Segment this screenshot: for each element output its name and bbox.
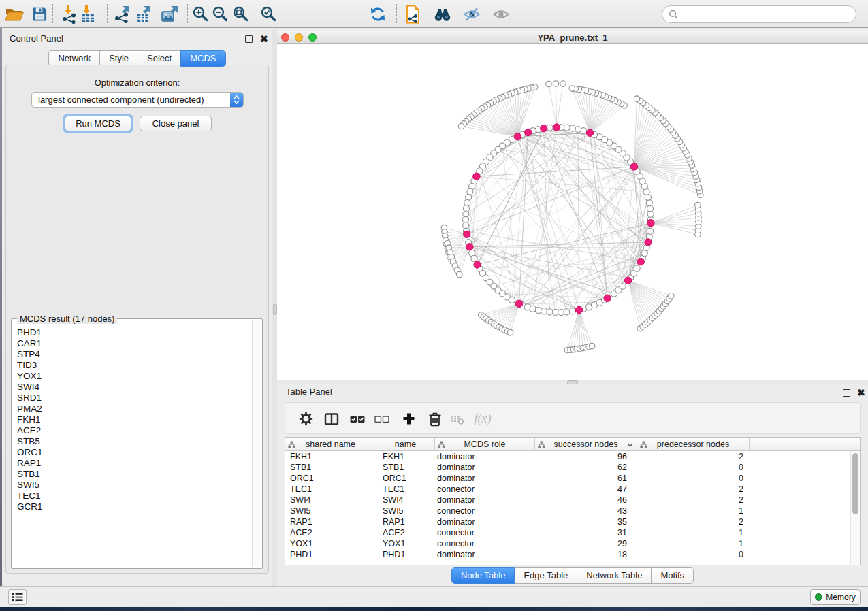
table-row[interactable]: STB1STB1dominator620 [285,462,850,473]
table-scrollbar[interactable] [850,451,860,565]
cell-successor-nodes[interactable]: 35 [535,516,637,527]
table-row[interactable]: YOX1YOX1connector291 [285,538,850,549]
cell-MCDS-role[interactable]: dominator [435,462,535,473]
mcds-result-item[interactable]: ORC1 [17,447,252,458]
show-all-icon[interactable] [490,3,512,24]
cell-shared-name[interactable]: ORC1 [285,473,376,484]
table-row[interactable]: ACE2ACE2connector311 [285,527,850,538]
cell-predecessor-nodes[interactable]: 0 [637,473,750,484]
mcds-result-item[interactable]: TID3 [17,360,252,371]
network-canvas[interactable] [277,44,868,380]
zoom-in-icon[interactable] [189,3,211,24]
mcds-result-item[interactable]: YOX1 [17,371,252,382]
cell-name[interactable]: FKH1 [376,451,435,462]
cell-predecessor-nodes[interactable]: 2 [637,516,750,527]
search-box[interactable] [662,5,856,23]
settings-gear-icon[interactable] [296,410,315,428]
cell-successor-nodes[interactable]: 43 [535,506,637,516]
mcds-result-item[interactable]: PHD1 [17,327,252,338]
open-file-icon[interactable] [3,3,25,24]
cell-MCDS-role[interactable]: dominator [435,451,535,462]
cell-predecessor-nodes[interactable]: 1 [637,538,750,549]
zoom-out-icon[interactable] [209,3,231,24]
cell-name[interactable]: TEC1 [376,484,435,495]
cell-shared-name[interactable]: RAP1 [285,516,376,527]
mcds-result-item[interactable]: ACE2 [17,425,252,436]
horizontal-splitter[interactable] [277,380,868,384]
tab-motifs[interactable]: Motifs [651,567,694,584]
mcds-list-scrollbar[interactable] [252,320,261,567]
tab-network-table[interactable]: Network Table [577,567,652,584]
cell-MCDS-role[interactable]: connector [435,527,535,538]
table-row[interactable]: SWI4SWI4dominator462 [285,495,850,506]
cell-successor-nodes[interactable]: 96 [535,451,637,462]
float-window-icon[interactable] [245,35,253,43]
cell-shared-name[interactable]: YOX1 [285,538,376,549]
mcds-result-item[interactable]: GCR1 [17,501,252,512]
cell-shared-name[interactable]: SWI4 [285,495,376,506]
column-header-name[interactable]: name [376,438,435,450]
tab-edge-table[interactable]: Edge Table [514,567,577,584]
zoom-fit-icon[interactable] [229,3,251,24]
first-neighbors-icon[interactable] [432,3,453,24]
cell-name[interactable]: STB1 [376,462,435,473]
cell-successor-nodes[interactable]: 29 [535,538,637,549]
mcds-result-item[interactable]: SWI4 [17,382,252,393]
mcds-result-item[interactable]: CAR1 [17,338,252,349]
delete-column-icon[interactable] [425,410,445,428]
cell-name[interactable]: PHD1 [376,549,435,560]
cell-shared-name[interactable]: SWI5 [285,506,376,516]
cell-predecessor-nodes[interactable]: 1 [637,527,750,538]
mcds-result-item[interactable]: SRD1 [17,393,252,403]
add-column-icon[interactable] [399,410,418,428]
mcds-result-item[interactable]: PMA2 [17,403,252,414]
splitter-grip[interactable] [273,304,277,315]
function-builder-icon[interactable]: f(x) [473,410,492,428]
cell-successor-nodes[interactable]: 18 [535,549,637,560]
cell-successor-nodes[interactable]: 31 [535,527,637,538]
import-table-icon[interactable] [77,3,99,24]
cell-name[interactable]: ORC1 [376,473,435,484]
cell-predecessor-nodes[interactable]: 2 [637,484,750,495]
cell-MCDS-role[interactable]: connector [435,484,535,495]
deselect-all-icon[interactable] [372,410,391,428]
close-panel-button[interactable]: Close panel [140,116,212,131]
table-row[interactable]: RAP1RAP1dominator352 [285,516,850,527]
cell-successor-nodes[interactable]: 47 [535,484,637,495]
cell-shared-name[interactable]: STB1 [285,462,376,473]
cell-shared-name[interactable]: PHD1 [285,549,376,560]
scrollbar-thumb[interactable] [852,453,858,514]
cell-predecessor-nodes[interactable]: 2 [637,495,750,506]
export-image-icon[interactable] [159,3,181,24]
refresh-layout-icon[interactable] [367,3,389,24]
table-row[interactable]: PHD1PHD1dominator180 [285,549,850,560]
mcds-result-item[interactable]: RAP1 [17,458,252,469]
table-row[interactable]: TEC1TEC1connector472 [285,484,850,495]
table-row[interactable]: ORC1ORC1dominator610 [285,473,850,484]
new-network-from-selection-icon[interactable] [402,3,423,24]
cell-predecessor-nodes[interactable]: 0 [637,549,750,560]
cell-shared-name[interactable]: ACE2 [285,527,376,538]
cell-MCDS-role[interactable]: dominator [435,516,535,527]
columns-icon[interactable] [322,410,341,428]
mcds-result-item[interactable]: FKH1 [17,414,252,425]
zoom-selected-icon[interactable] [257,3,279,24]
float-window-icon[interactable] [843,389,850,397]
memory-button[interactable]: Memory [810,589,861,605]
table-row[interactable]: FKH1FKH1dominator962 [285,451,850,462]
column-header-shared-name[interactable]: shared name [285,438,376,450]
network-window-titlebar[interactable]: YPA_prune.txt_1 [277,31,868,44]
cell-name[interactable]: SWI4 [376,495,435,506]
cell-name[interactable]: RAP1 [376,516,435,527]
mcds-result-item[interactable]: SWI5 [17,480,252,491]
cell-MCDS-role[interactable]: connector [435,506,535,516]
close-panel-icon[interactable]: ✖ [857,389,865,397]
tab-mcds[interactable]: MCDS [180,50,225,67]
cell-name[interactable]: ACE2 [376,527,435,538]
export-network-icon[interactable] [112,3,133,24]
cell-MCDS-role[interactable]: connector [435,538,535,549]
mcds-result-list[interactable]: PHD1CAR1STP4TID3YOX1SWI4SRD1PMA2FKH1ACE2… [12,325,252,567]
mcds-result-item[interactable]: STB5 [17,436,252,447]
optimization-criterion-dropdown[interactable]: largest connected component (undirected) [31,92,244,108]
cell-successor-nodes[interactable]: 61 [535,473,637,484]
